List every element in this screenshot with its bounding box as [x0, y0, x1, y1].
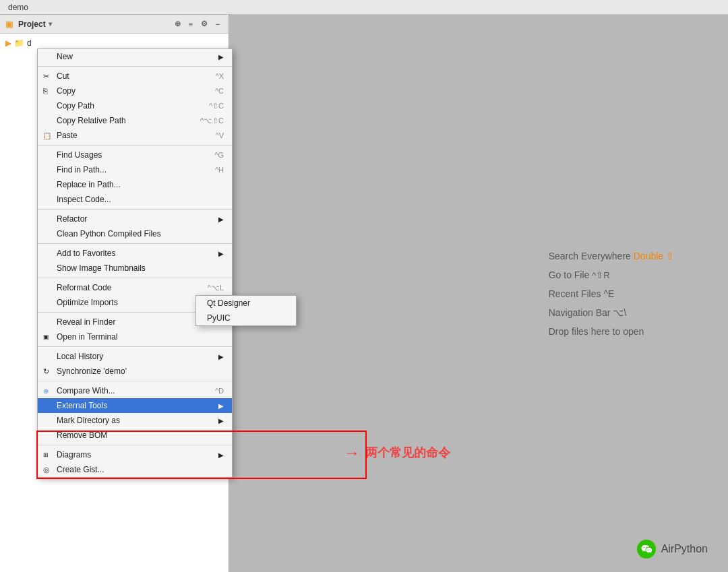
submenu-item-pyuic[interactable]: PyUIC [196, 311, 296, 325]
watermark: AirPython [637, 540, 708, 559]
sep7 [38, 346, 232, 347]
replace-path-label: Replace in Path... [57, 180, 121, 189]
menu-item-inspect-code[interactable]: Inspect Code... [38, 192, 232, 207]
annotation-arrow-icon: → [344, 443, 360, 462]
editor-area: Search Everywhere Double ⇧ Go to File ^⇧… [229, 15, 728, 572]
project-title: Project [18, 20, 46, 29]
demo-folder-icon2: 📁 [14, 38, 24, 48]
copy-rel-path-label: Copy Relative Path [57, 116, 126, 125]
menu-item-create-gist[interactable]: ◎ Create Gist... [38, 462, 232, 477]
find-usages-shortcut: ^G [214, 151, 224, 159]
menu-item-copy-rel-path[interactable]: Copy Relative Path ^⌥⇧C [38, 113, 232, 128]
recent-files-label: Recent Files [549, 288, 601, 299]
diagrams-arrow: ▶ [218, 451, 224, 459]
project-header: ▣ Project ▾ ⊕ ≡ ⚙ − [0, 15, 229, 34]
menu-item-replace-in-path[interactable]: Replace in Path... [38, 177, 232, 192]
menu-item-add-favorites[interactable]: Add to Favorites ▶ [38, 246, 232, 261]
refactor-arrow: ▶ [218, 216, 224, 223]
demo-folder-icon: ▶ [5, 38, 11, 48]
mark-directory-arrow: ▶ [218, 417, 224, 424]
dropdown-arrow[interactable]: ▾ [49, 20, 52, 28]
title-bar: demo [0, 0, 728, 15]
menu-item-mark-directory[interactable]: Mark Directory as ▶ [38, 413, 232, 428]
menu-item-diagrams[interactable]: ⊞ Diagrams ▶ [38, 447, 232, 462]
favorites-arrow: ▶ [218, 250, 224, 257]
copy-rel-shortcut: ^⌥⇧C [200, 117, 224, 125]
pyuic-label: PyUIC [207, 313, 231, 323]
context-menu: New ▶ ✂ Cut ^X ⎘ Copy ^C Copy Path ^⇧C C… [37, 49, 233, 478]
reformat-label: Reformat Code [57, 283, 111, 292]
menu-item-find-usages[interactable]: Find Usages ^G [38, 148, 232, 162]
demo-label: d [27, 38, 32, 48]
menu-item-cut[interactable]: ✂ Cut ^X [38, 69, 232, 84]
find-path-label: Find in Path... [57, 165, 107, 174]
sync-icon: ↻ [43, 367, 49, 376]
menu-item-compare-with[interactable]: ⊕ Compare With... ^D [38, 383, 232, 398]
menu-item-copy-path[interactable]: Copy Path ^⇧C [38, 98, 232, 113]
header-icon-globe[interactable]: ⊕ [172, 19, 183, 30]
copy-icon: ⎘ [43, 87, 48, 95]
menu-item-open-terminal[interactable]: ▣ Open in Terminal [38, 329, 232, 344]
navigation-bar-shortcut: ⌥\ [613, 307, 626, 318]
recent-files-shortcut: ^E [603, 288, 614, 299]
menu-item-paste[interactable]: 📋 Paste ^V [38, 128, 232, 143]
menu-item-copy[interactable]: ⎘ Copy ^C [38, 84, 232, 98]
wechat-icon [637, 540, 656, 559]
inspect-code-label: Inspect Code... [57, 195, 111, 204]
diagrams-icon: ⊞ [43, 451, 49, 458]
sep9 [38, 445, 232, 445]
open-terminal-label: Open in Terminal [57, 332, 118, 342]
copy-label: Copy [57, 86, 75, 96]
paste-label: Paste [57, 131, 78, 140]
optimize-label: Optimize Imports [57, 298, 118, 307]
menu-item-new[interactable]: New ▶ [38, 49, 232, 64]
clean-python-label: Clean Python Compiled Files [57, 229, 161, 239]
go-to-file-shortcut: ^⇧R [592, 270, 610, 280]
search-everywhere-text: Search Everywhere Double ⇧ [549, 247, 674, 265]
reformat-shortcut: ^⌥L [208, 284, 224, 292]
menu-item-clean-python[interactable]: Clean Python Compiled Files [38, 226, 232, 241]
copy-path-shortcut: ^⇧C [209, 102, 224, 110]
refactor-label: Refactor [57, 214, 87, 224]
remove-bom-label: Remove BOM [57, 431, 107, 440]
reveal-finder-label: Reveal in Finder [57, 317, 115, 327]
sep5 [38, 278, 232, 278]
cut-shortcut: ^X [216, 72, 224, 80]
find-usages-label: Find Usages [57, 150, 102, 160]
new-label: New [57, 52, 73, 61]
menu-item-external-tools[interactable]: External Tools ▶ [38, 398, 232, 413]
menu-item-remove-bom[interactable]: Remove BOM [38, 428, 232, 443]
compare-icon: ⊕ [43, 387, 49, 395]
menu-item-show-image[interactable]: Show Image Thumbnails [38, 261, 232, 276]
header-icon-gear[interactable]: ⚙ [199, 19, 210, 30]
local-history-arrow: ▶ [218, 353, 224, 360]
navigation-bar-label: Navigation Bar [549, 307, 611, 318]
navigation-bar-text: Navigation Bar ⌥\ [549, 303, 674, 322]
menu-item-reformat[interactable]: Reformat Code ^⌥L [38, 280, 232, 295]
external-tools-arrow: ▶ [218, 402, 224, 410]
menu-item-synchronize[interactable]: ↻ Synchronize 'demo' [38, 364, 232, 379]
sep4 [38, 243, 232, 244]
tree-item-demo[interactable]: ▶ 📁 d [0, 36, 229, 50]
synchronize-label: Synchronize 'demo' [57, 367, 127, 376]
watermark-text: AirPython [661, 543, 708, 555]
submenu-item-qt-designer[interactable]: Qt Designer [196, 296, 296, 311]
local-history-label: Local History [57, 352, 103, 361]
header-icon-minimize[interactable]: − [212, 19, 223, 30]
menu-item-local-history[interactable]: Local History ▶ [38, 349, 232, 364]
sep8 [38, 381, 232, 381]
cut-label: Cut [57, 71, 69, 81]
cut-icon: ✂ [43, 72, 49, 81]
new-arrow: ▶ [218, 53, 224, 61]
drop-files-label: Drop files here to open [549, 326, 644, 337]
menu-item-find-in-path[interactable]: Find in Path... ^H [38, 162, 232, 177]
sep2 [38, 145, 232, 146]
search-everywhere-shortcut: Double ⇧ [634, 251, 674, 261]
external-tools-submenu: Qt Designer PyUIC [195, 295, 297, 326]
header-icon-lines[interactable]: ≡ [185, 19, 196, 30]
project-folder-icon: ▣ [5, 20, 13, 29]
compare-shortcut: ^D [215, 387, 224, 395]
menu-item-refactor[interactable]: Refactor ▶ [38, 212, 232, 226]
paste-icon: 📋 [43, 132, 51, 139]
qt-designer-label: Qt Designer [207, 298, 250, 308]
